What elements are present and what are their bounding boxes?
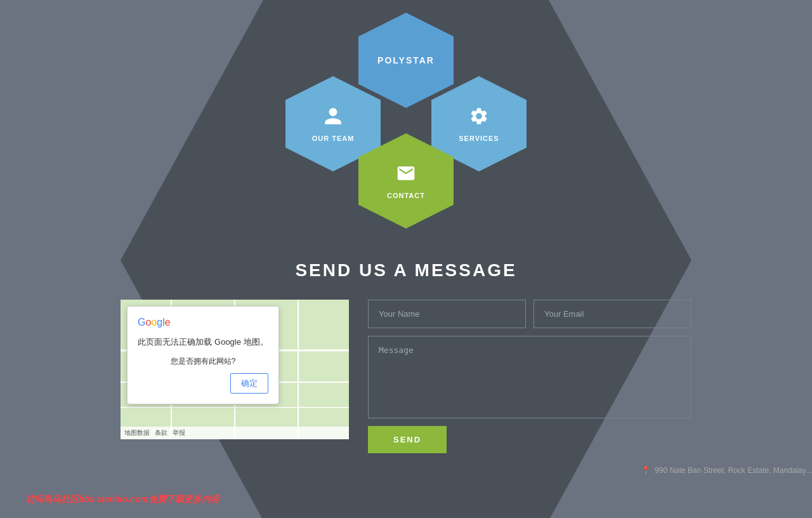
google-logo-letter-o2: o: [151, 317, 157, 328]
hex-polystar[interactable]: POLYSTAR: [358, 13, 454, 108]
send-button[interactable]: SEND: [368, 426, 447, 453]
main-content: POLYSTAR OUR TEAM SERVICES: [0, 0, 812, 475]
send-message-section: SEND US A MESSAGE: [0, 260, 812, 453]
dialog-error-text: 此页面无法正确加载 Google 地图。: [138, 336, 268, 349]
page-wrapper: POLYSTAR OUR TEAM SERVICES: [0, 0, 812, 518]
map-area: Park lar Market G o o g l e: [121, 300, 349, 439]
google-logo: G o o g l e: [138, 317, 268, 328]
services-label: SERVICES: [459, 135, 499, 142]
name-input[interactable]: [368, 300, 526, 328]
team-icon: [323, 106, 343, 131]
section-title: SEND US A MESSAGE: [295, 260, 516, 281]
map-terms-label: 条款: [155, 428, 167, 437]
polystar-label: POLYSTAR: [377, 55, 435, 65]
content-row: Park lar Market G o o g l e: [121, 300, 691, 453]
watermark: 访问鸟鸟社区bbs.xieniao.com免费下载更多内容: [25, 494, 219, 505]
google-logo-letter-e: e: [165, 317, 171, 328]
dialog-actions: 确定: [138, 373, 268, 394]
contact-icon: [396, 163, 416, 188]
contact-label: CONTACT: [387, 192, 425, 199]
hex-cluster: POLYSTAR OUR TEAM SERVICES: [247, 13, 565, 241]
watermark-text: 访问鸟鸟社区bbs.xieniao.com免费下载更多内容: [25, 494, 219, 504]
google-logo-letter-g: G: [138, 317, 145, 328]
google-logo-letter-o1: o: [145, 317, 151, 328]
map-bottom-bar: 地图数据 条款 举报: [121, 427, 349, 439]
team-label: OUR TEAM: [312, 135, 355, 142]
pin-icon: 📍: [641, 466, 651, 475]
dialog-question-text: 您是否拥有此网站?: [138, 356, 268, 367]
dialog-confirm-button[interactable]: 确定: [230, 373, 268, 394]
message-textarea[interactable]: [368, 336, 691, 418]
google-logo-letter-g2: g: [157, 317, 162, 328]
map-report-label: 举报: [173, 428, 185, 437]
google-maps-dialog: G o o g l e 此页面无法正确加载 Google 地图。 您是否拥有此网…: [127, 306, 279, 404]
address-bar: 📍 990 Nate Ban Street, Rock Estate, Mand…: [641, 466, 812, 475]
address-text: 990 Nate Ban Street, Rock Estate, Mandal…: [655, 466, 812, 475]
services-icon: [469, 106, 489, 131]
map-data-label: 地图数据: [124, 428, 150, 437]
form-area: SEND: [368, 300, 691, 453]
email-input[interactable]: [534, 300, 691, 328]
form-name-email-row: [368, 300, 691, 328]
